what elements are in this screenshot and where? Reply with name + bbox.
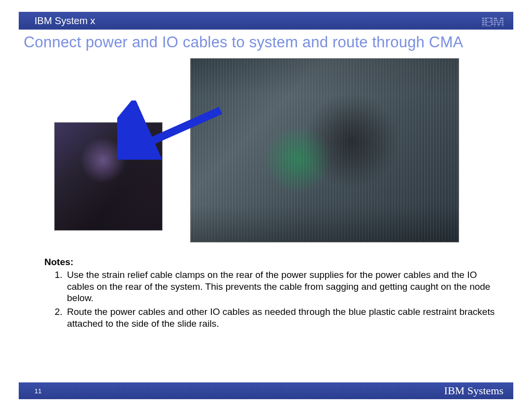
notes-section: Notes: Use the strain relief cable clamp… [44, 256, 498, 332]
notes-list: Use the strain relief cable clamps on th… [44, 269, 498, 330]
header-bar: IBM System x IBM [19, 12, 513, 30]
header-product-line: IBM System x [19, 15, 95, 27]
slide-container: IBM System x IBM Connect power and IO ca… [19, 12, 513, 399]
list-item: Use the strain relief cable clamps on th… [65, 269, 498, 304]
footer-brand: IBM Systems [444, 384, 503, 397]
photo-system-rear-cables [190, 58, 459, 242]
photo-cable-clamp-detail [54, 122, 163, 231]
list-item: Route the power cables and other IO cabl… [65, 306, 498, 330]
page-number: 11 [34, 387, 41, 395]
slide-title: Connect power and IO cables to system an… [24, 34, 511, 51]
notes-heading: Notes: [44, 256, 498, 268]
ibm-logo-icon: IBM [481, 14, 503, 30]
footer-bar: 11 IBM Systems [19, 382, 513, 399]
